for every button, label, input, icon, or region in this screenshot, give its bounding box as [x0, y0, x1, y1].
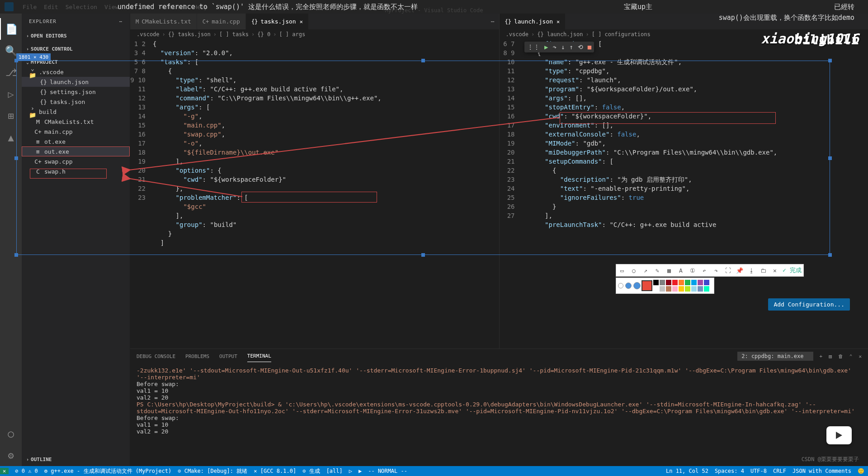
rect-tool-icon[interactable]: ▭: [618, 267, 626, 274]
color-swatch[interactable]: [666, 286, 671, 292]
color-swatch[interactable]: [672, 286, 678, 292]
color-swatch[interactable]: [660, 280, 665, 285]
tree-item-tasks-json[interactable]: {}tasks.json: [22, 97, 130, 107]
sb-eol[interactable]: CRLF: [773, 468, 786, 474]
debug-toolbar[interactable]: ⋮⋮ ▶ ↷ ↓ ↑ ⟲ ■: [524, 42, 594, 52]
color-swatch[interactable]: [704, 280, 709, 285]
pen-tool-icon[interactable]: ✎: [653, 267, 661, 274]
tab-problems[interactable]: PROBLEMS: [185, 351, 209, 362]
selection-handle[interactable]: [14, 156, 18, 160]
sb-encoding[interactable]: UTF-8: [750, 468, 767, 474]
drag-handle-icon[interactable]: ⋮⋮: [527, 43, 540, 51]
tree-item-out-exe[interactable]: ≡out.exe: [22, 146, 130, 156]
selection-handle[interactable]: [421, 59, 425, 62]
tab-tasks-json[interactable]: {}tasks.json✕: [246, 14, 309, 29]
terminal-dropdown[interactable]: 2: cppdbg: main.exe: [737, 352, 813, 361]
tree-item-settings-json[interactable]: {}settings.json: [22, 87, 130, 97]
download-icon[interactable]: ⭳: [747, 267, 755, 274]
gear-icon[interactable]: ⚙: [0, 444, 22, 466]
selection-handle[interactable]: [14, 253, 18, 257]
tree-item-ot-exe[interactable]: ≡ot.exe: [22, 137, 130, 146]
remote-indicator[interactable]: ✕: [0, 468, 9, 474]
tab-main-cpp[interactable]: C+main.cpp: [197, 14, 246, 29]
kill-terminal-icon[interactable]: 🗑: [838, 353, 843, 359]
pin-icon[interactable]: 📌: [736, 267, 744, 274]
tab-debug-console[interactable]: DEBUG CONSOLE: [137, 351, 175, 362]
ocr-icon[interactable]: ⛶: [724, 267, 732, 274]
selection-handle[interactable]: [828, 59, 832, 62]
tree-item-CMakeLists-txt[interactable]: MCMakeLists.txt: [22, 117, 130, 127]
color-red-selected[interactable]: [642, 281, 651, 290]
color-swatch[interactable]: [679, 286, 684, 292]
sb-target[interactable]: [all]: [326, 468, 343, 474]
video-play-button[interactable]: [826, 426, 852, 444]
tab-terminal[interactable]: TERMINAL: [247, 350, 271, 362]
tree-item-swap-cpp[interactable]: C+swap.cpp: [22, 156, 130, 166]
text-tool-icon[interactable]: A: [677, 267, 685, 274]
continue-icon[interactable]: ▶: [544, 43, 548, 51]
undo-icon[interactable]: ↶: [700, 267, 708, 274]
color-swatch[interactable]: [660, 286, 665, 292]
done-button[interactable]: ✓ 完成: [783, 266, 802, 274]
redo-icon[interactable]: ↷: [712, 267, 720, 274]
color-swatch[interactable]: [666, 280, 671, 285]
more-actions-icon[interactable]: ⋯: [491, 18, 495, 25]
color-swatch[interactable]: [704, 286, 709, 292]
sb-cmake[interactable]: ⊙ CMake: [Debug]: 就绪: [178, 467, 247, 475]
sb-run[interactable]: ▶: [359, 468, 362, 474]
open-editors-section[interactable]: ›OPEN EDITORS: [22, 31, 130, 41]
step-into-icon[interactable]: ↓: [561, 43, 565, 51]
sb-build[interactable]: ⊙ 生成: [302, 467, 320, 475]
close-panel-icon[interactable]: ✕: [859, 353, 862, 359]
maximize-panel-icon[interactable]: ⌃: [849, 353, 853, 359]
selection-handle[interactable]: [828, 253, 832, 257]
size-small-icon[interactable]: [618, 283, 623, 288]
sb-feedback-icon[interactable]: 🙂: [858, 468, 864, 474]
color-swatch[interactable]: [672, 280, 678, 285]
sb-debug-play[interactable]: ▷: [349, 468, 352, 474]
circle-tool-icon[interactable]: ○: [630, 267, 638, 274]
tab-output[interactable]: OUTPUT: [219, 351, 237, 362]
color-swatch[interactable]: [653, 286, 659, 292]
tree-item--vscode[interactable]: ⌄ 📁.vscode: [22, 67, 130, 77]
color-swatch[interactable]: [685, 280, 690, 285]
selection-handle[interactable]: [828, 156, 832, 160]
add-configuration-button[interactable]: Add Configuration...: [768, 298, 850, 311]
extensions-icon[interactable]: ⊞: [0, 105, 22, 127]
more-icon[interactable]: ⋯: [119, 19, 123, 24]
color-swatch[interactable]: [691, 280, 697, 285]
tree-item-build[interactable]: › 📁build: [22, 107, 130, 117]
selection-handle[interactable]: [421, 253, 425, 257]
color-swatch[interactable]: [653, 280, 659, 285]
sb-cursor[interactable]: Ln 11, Col 52: [666, 468, 708, 474]
cmake-icon[interactable]: ▲: [0, 127, 22, 148]
explorer-icon[interactable]: 📄: [0, 18, 22, 40]
tab-CMakeLists-txt[interactable]: MCMakeLists.txt: [130, 14, 197, 29]
source-control-icon[interactable]: ⎇: [0, 61, 22, 83]
mosaic-tool-icon[interactable]: ▦: [665, 267, 673, 274]
color-swatch[interactable]: [698, 280, 703, 285]
source-control-section[interactable]: ›SOURCE CONTROL: [22, 44, 130, 54]
terminal-output[interactable]: -2zukk132.e1e' '--stdout=Microsoft-MIEng…: [130, 363, 868, 466]
sb-compiler[interactable]: ✕ [GCC 8.1.0]: [254, 468, 296, 474]
serial-tool-icon[interactable]: ①: [689, 267, 697, 274]
sb-lang[interactable]: JSON with Comments: [793, 468, 851, 474]
new-terminal-icon[interactable]: +: [820, 353, 823, 359]
arrow-tool-icon[interactable]: ↗: [642, 267, 650, 274]
sb-indent[interactable]: Spaces: 4: [715, 468, 744, 474]
color-swatch[interactable]: [679, 280, 684, 285]
color-palette[interactable]: [616, 278, 714, 294]
run-debug-icon[interactable]: ▷: [0, 83, 22, 105]
sb-errors[interactable]: ⊘ 0 ⚠ 0: [15, 468, 38, 474]
color-swatch[interactable]: [685, 286, 690, 292]
size-medium-icon[interactable]: [625, 283, 632, 289]
step-out-icon[interactable]: ↑: [569, 43, 573, 51]
close-icon[interactable]: ✕: [771, 267, 779, 274]
close-icon[interactable]: ✕: [300, 19, 303, 25]
size-large-icon[interactable]: [633, 282, 641, 289]
tree-item-launch-json[interactable]: {}launch.json: [22, 77, 130, 87]
tree-item-main-cpp[interactable]: C+main.cpp: [22, 127, 130, 137]
snip-toolbar[interactable]: ▭ ○ ↗ ✎ ▦ A ① ↶ ↷ ⛶ 📌 ⭳ 🗀 ✕ ✓ 完成: [616, 264, 804, 277]
tab-launch-json[interactable]: {}launch.json✕: [500, 14, 566, 29]
tree-item-swap-h[interactable]: Cswap.h: [22, 166, 130, 176]
